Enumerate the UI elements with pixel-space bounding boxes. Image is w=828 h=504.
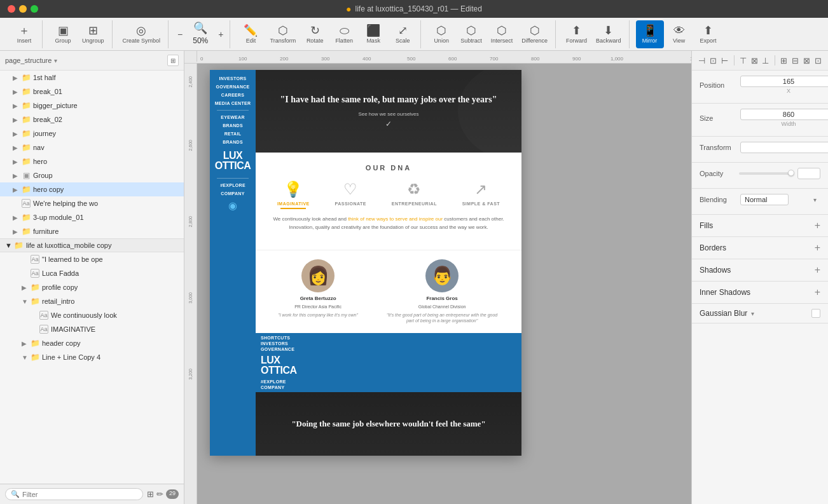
zoom-minus-button[interactable]: − [175,28,185,41]
layer-toggle[interactable]: ▶ [13,116,19,123]
zoom-button[interactable]: 🔍 50% [186,20,214,48]
insert-button[interactable]: ＋ Insert [10,20,38,48]
align-right-button[interactable]: ⊢ [720,53,730,67]
text-icon: Aa [39,311,48,320]
fills-add-button[interactable]: + [815,220,820,231]
transform-button[interactable]: ⬡ Transform [266,20,300,48]
view-button[interactable]: 👁 View [665,20,693,48]
align-left-button[interactable]: ⊣ [697,53,707,67]
align-option-2[interactable]: ⊡ [813,53,823,67]
align-bottom-button[interactable]: ⊥ [761,53,771,67]
layer-toggle[interactable]: ▶ [13,130,19,137]
close-button[interactable] [8,5,15,13]
group-button[interactable]: ▣ Group [49,20,77,48]
layer-item-break02[interactable]: ▶ 📁 break_02 [0,112,184,126]
layer-item-luca[interactable]: Aa Luca Fadda [0,266,184,280]
canvas-area[interactable]: 0 100 200 300 400 500 600 700 800 900 1,… [184,51,691,504]
design-viewport[interactable]: INVESTORS GOVERNANCE CAREERS MEDIA CENTE… [197,64,691,504]
align-center-h-button[interactable]: ⊡ [708,53,719,67]
shadows-section[interactable]: Shadows + [692,259,828,282]
ruler-left: 2,400 2,600 2,800 3,000 3,200 [184,64,197,504]
distribute-v-button[interactable]: ⊟ [790,53,800,67]
layer-toggle[interactable]: ▶ [13,172,19,179]
intersect-button[interactable]: ⬡ Intersect [487,20,517,48]
inner-shadows-section[interactable]: Inner Shadows + [692,282,828,304]
layer-item-group[interactable]: ▶ ▣ Group [0,168,184,182]
sidebar-bottom-icons: ⊞ ✏ 29 [147,489,179,499]
opacity-slider[interactable] [739,172,794,175]
layer-item-profile-copy[interactable]: ▶ 📁 profile copy [0,280,184,294]
position-x-input[interactable] [740,76,828,87]
scale-button[interactable]: ⤢ Scale [389,20,417,48]
subtract-button[interactable]: ⬡ Subtract [457,20,486,48]
fullscreen-button[interactable] [31,5,38,13]
mirror-button[interactable]: 📱 Mirror [636,20,664,48]
forward-button[interactable]: ⬆ Forward [562,20,591,48]
layer-item-1st-half[interactable]: ▶ 📁 1st half [0,71,184,85]
edit-button[interactable]: ✏️ Edit [237,20,265,48]
layer-toggle[interactable]: ▶ [13,228,19,235]
inner-shadows-add-button[interactable]: + [815,287,820,298]
borders-section[interactable]: Borders + [692,237,828,259]
fills-section[interactable]: Fills + [692,215,828,237]
layer-item-3up-module[interactable]: ▶ 📁 3-up module_01 [0,210,184,224]
folder-icon: 📁 [22,73,31,82]
layer-toggle[interactable]: ▶ [22,284,28,291]
sidebar-icon-1[interactable]: ⊞ [147,489,154,499]
layer-item-hero-copy[interactable]: ▶ 📁 hero copy [0,182,184,196]
layer-item-imaginative[interactable]: Aa IMAGINATIVE [0,322,184,336]
layer-item-bigger-picture[interactable]: ▶ 📁 bigger_picture [0,99,184,112]
borders-add-button[interactable]: + [815,242,820,254]
layer-item-hero[interactable]: ▶ 📁 hero [0,154,184,168]
align-option-1[interactable]: ⊠ [801,53,811,67]
align-top-button[interactable]: ⊤ [738,53,748,67]
layer-item-header-copy[interactable]: ▶ 📁 header copy [0,336,184,350]
rotate-input[interactable] [740,142,828,153]
layer-item-line-copy4[interactable]: ▼ 📁 Line + Line Copy 4 [0,350,184,364]
layer-toggle[interactable]: ▶ [13,158,19,165]
shadows-add-button[interactable]: + [815,264,820,276]
layer-item-break01[interactable]: ▶ 📁 break_01 [0,85,184,99]
sidebar-icon-2[interactable]: ✏ [156,489,163,499]
gaussian-expand-icon[interactable]: ▾ [751,310,754,317]
layer-item-nav[interactable]: ▶ 📁 nav [0,140,184,154]
layer-item-learned[interactable]: Aa "I learned to be ope [0,252,184,266]
minimize-button[interactable] [19,5,27,13]
layer-toggle[interactable]: ▶ [13,102,19,109]
union-button[interactable]: ⬡ Union [427,20,455,48]
search-input[interactable] [22,491,137,498]
transform-controls: ⇔ Flip [740,142,828,153]
distribute-h-button[interactable]: ⊞ [779,53,789,67]
gaussian-blur-label: Gaussian Blur [700,309,747,318]
sidebar-expand-button[interactable]: ⊞ [167,55,179,66]
flatten-button[interactable]: ⬭ Flatten [330,20,358,48]
rotate-button[interactable]: ↻ Rotate [301,20,329,48]
zoom-plus-button[interactable]: + [216,28,226,41]
ungroup-button[interactable]: ⊞ Ungroup [78,20,108,48]
layer-item-furniture[interactable]: ▶ 📁 furniture [0,224,184,238]
layer-list[interactable]: ▶ 📁 1st half ▶ 📁 break_01 ▶ 📁 bigger_pic… [0,71,184,484]
difference-button[interactable]: ⬡ Difference [518,20,551,48]
size-w-input[interactable] [740,109,828,120]
layer-item-we-continuously[interactable]: Aa We continuously look [0,308,184,322]
export-button[interactable]: ⬆ Export [694,20,722,48]
mobile-section-label[interactable]: ▼ 📁 life at luxottica_mobile copy [0,238,184,252]
layer-toggle[interactable]: ▼ [22,354,28,361]
gaussian-blur-checkbox[interactable] [811,309,820,318]
layer-toggle[interactable]: ▶ [13,74,19,81]
align-center-v-button[interactable]: ⊠ [749,53,759,67]
create-symbol-button[interactable]: ◎ Create Symbol [119,20,165,48]
mask-button[interactable]: ⬛ Mask [359,20,387,48]
layer-item-we-helping[interactable]: Aa We're helping the wo [0,196,184,210]
blending-select[interactable]: NormalMultiplyScreenOverlayDarkenLighten… [740,194,789,205]
layer-toggle[interactable]: ▶ [13,214,19,221]
opacity-input[interactable] [797,168,820,179]
layer-toggle[interactable]: ▶ [13,144,19,151]
layer-item-journey[interactable]: ▶ 📁 journey [0,126,184,140]
layer-toggle[interactable]: ▶ [13,88,19,95]
layer-item-retail-intro[interactable]: ▼ 📁 retail_intro [0,294,184,308]
layer-toggle[interactable]: ▶ [13,186,19,193]
backward-button[interactable]: ⬇ Backward [592,20,625,48]
layer-toggle[interactable]: ▼ [22,298,28,305]
layer-toggle[interactable]: ▶ [22,340,28,347]
